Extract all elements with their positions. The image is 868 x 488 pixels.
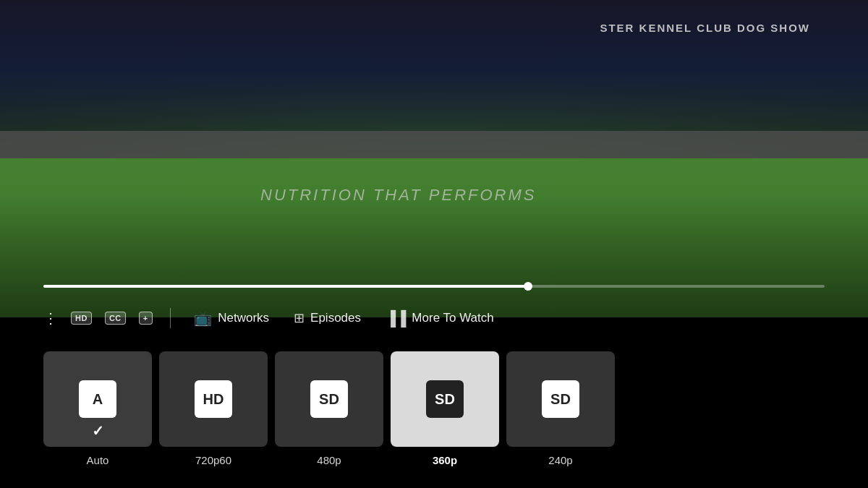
- quality-card-360p: SD: [391, 351, 499, 447]
- quality-card-240p: SD: [506, 351, 615, 447]
- sd360-badge: SD: [426, 380, 464, 418]
- 480p-label: 480p: [317, 454, 341, 466]
- auto-checkmark: ✓: [92, 422, 104, 440]
- cc-button[interactable]: CC: [105, 312, 126, 325]
- auto-label: Auto: [87, 454, 109, 466]
- more-to-watch-label: More To Watch: [412, 311, 493, 325]
- nutrition-overlay: NUTRITION THAT PERFORMS: [260, 186, 536, 205]
- divider: [170, 308, 171, 328]
- episodes-label: Episodes: [310, 311, 361, 325]
- auto-badge: A: [79, 380, 116, 418]
- episodes-nav-button[interactable]: ⊞ Episodes: [288, 306, 367, 330]
- plus-button[interactable]: +: [139, 312, 153, 325]
- networks-nav-button[interactable]: 📺 Networks: [188, 305, 275, 331]
- cc-badge: CC: [105, 312, 126, 325]
- quality-option-240p[interactable]: SD 240p: [506, 351, 615, 466]
- more-options-button[interactable]: ⋮: [43, 309, 58, 327]
- sd480-badge: SD: [310, 380, 348, 418]
- networks-icon: 📺: [194, 309, 212, 327]
- more-to-watch-nav-button[interactable]: ▐▐ More To Watch: [380, 306, 500, 331]
- progress-fill: [43, 285, 528, 288]
- controls-row: ⋮ HD CC + 📺 Networks ⊞ Episodes ▐▐ Mor: [43, 305, 825, 331]
- progress-bar[interactable]: [43, 285, 825, 288]
- sd240-badge: SD: [542, 380, 579, 418]
- show-banner: STER KENNEL CLUB DOG SHOW: [600, 22, 810, 34]
- 720p60-label: 720p60: [195, 454, 231, 466]
- controls-overlay: ⋮ HD CC + 📺 Networks ⊞ Episodes ▐▐ Mor: [0, 285, 868, 488]
- progress-handle[interactable]: [524, 282, 532, 291]
- quality-card-720p60: HD: [159, 351, 268, 447]
- 360p-label: 360p: [433, 454, 457, 466]
- 240p-label: 240p: [548, 454, 572, 466]
- quality-option-720p60[interactable]: HD 720p60: [159, 351, 268, 466]
- hd-quality-badge: HD: [195, 380, 232, 418]
- hd-badge: HD: [71, 312, 92, 325]
- more-options-icon: ⋮: [43, 309, 58, 327]
- plus-badge: +: [139, 312, 153, 325]
- quality-selector: A ✓ Auto HD 720p60 SD 480p SD 360p: [43, 351, 825, 466]
- quality-option-auto[interactable]: A ✓ Auto: [43, 351, 152, 466]
- quality-card-480p: SD: [275, 351, 383, 447]
- more-to-watch-icon: ▐▐: [386, 310, 406, 327]
- episodes-icon: ⊞: [294, 310, 305, 326]
- quality-option-480p[interactable]: SD 480p: [275, 351, 383, 466]
- networks-label: Networks: [218, 311, 269, 325]
- quality-card-auto: A ✓: [43, 351, 152, 447]
- hd-button[interactable]: HD: [71, 312, 92, 325]
- quality-option-360p[interactable]: SD 360p: [391, 351, 499, 466]
